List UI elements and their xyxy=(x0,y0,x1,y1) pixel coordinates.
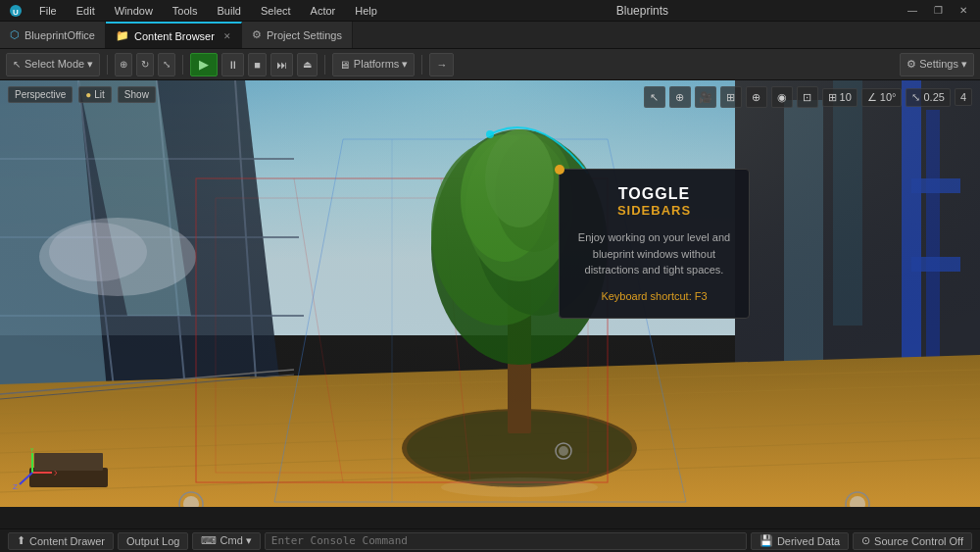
derived-data-icon: 💾 xyxy=(760,534,773,547)
toolbar-right: ⚙ Settings ▾ xyxy=(900,53,974,76)
select-mode-icon: ↖ xyxy=(13,59,21,70)
scale-snap-value: 0.25 xyxy=(923,91,944,103)
minimize-button[interactable]: — xyxy=(904,4,921,18)
perspective-label: Perspective xyxy=(15,89,66,100)
settings-tab-icon: ⚙ xyxy=(252,28,262,41)
menu-actor[interactable]: Actor xyxy=(307,3,340,19)
grid-size-badge[interactable]: ⊞ 10 xyxy=(822,88,858,107)
fov-badge[interactable]: 4 xyxy=(955,88,972,106)
main-toolbar: ↖ Select Mode ▾ ⊕ ↻ ⤡ ▶ ⏸ ■ ⏭ ⏏ 🖥 Platfo… xyxy=(0,49,980,80)
tab-content-browser[interactable]: 📁 Content Browser ✕ xyxy=(106,22,242,48)
toolbar-sep-3 xyxy=(324,55,325,75)
derived-data-button[interactable]: 💾 Derived Data xyxy=(751,532,849,550)
show-button[interactable]: Show xyxy=(118,86,156,103)
svg-text:X: X xyxy=(54,469,57,477)
camera-btn[interactable]: 🎥 xyxy=(695,86,716,108)
menu-select[interactable]: Select xyxy=(257,3,295,19)
eject-button[interactable]: ⏏ xyxy=(297,53,318,76)
lit-label: Lit xyxy=(94,89,105,100)
blueprint-office-icon: ⬡ xyxy=(10,28,20,41)
lit-icon: ● xyxy=(85,89,91,100)
output-log-label: Output Log xyxy=(126,535,179,547)
menu-edit[interactable]: Edit xyxy=(73,3,99,19)
rotate-btn[interactable]: ↻ xyxy=(136,53,154,76)
settings-button[interactable]: ⚙ Settings ▾ xyxy=(900,53,974,76)
svg-line-59 xyxy=(20,473,32,484)
content-drawer-label: Content Drawer xyxy=(29,535,105,547)
status-bar-right: 💾 Derived Data ⊙ Source Control Off xyxy=(751,532,972,550)
toolbar-sep-2 xyxy=(182,55,183,75)
tab-close-icon[interactable]: ✕ xyxy=(223,31,231,41)
snap-btn[interactable]: ⊕ xyxy=(746,86,767,108)
perspective-button[interactable]: Perspective xyxy=(8,86,73,103)
select-mode-label: Select Mode ▾ xyxy=(24,58,93,71)
toggle-sidebars-card: TOGGLE SIDEBARS Enjoy working on your le… xyxy=(559,169,750,319)
menu-build[interactable]: Build xyxy=(214,3,245,19)
viewport-controls-left: Perspective ● Lit Show xyxy=(8,86,156,103)
lit-button[interactable]: ● Lit xyxy=(78,86,112,103)
menu-file[interactable]: File xyxy=(35,3,61,19)
content-drawer-button[interactable]: ⬆ Content Drawer xyxy=(8,532,114,550)
scale-btn[interactable]: ⤡ xyxy=(158,53,175,76)
toggle-card-subtitle: SIDEBARS xyxy=(575,203,733,218)
scale-snap-badge[interactable]: ⤡ 0.25 xyxy=(906,88,950,107)
tab-label-blueprint: BlueprintOffice xyxy=(24,29,95,41)
svg-text:Z: Z xyxy=(13,482,18,491)
angle-snap-badge[interactable]: ∠ 10° xyxy=(861,88,903,107)
tab-label-project-settings: Project Settings xyxy=(267,29,342,41)
menu-window[interactable]: Window xyxy=(111,3,157,19)
menu-tools[interactable]: Tools xyxy=(169,3,202,19)
close-button[interactable]: ✕ xyxy=(955,4,972,18)
viewport-container: Perspective ● Lit Show ↖ ⊕ 🎥 ⊞ ⊕ ◉ ⊡ ⊞ 1… xyxy=(0,80,980,507)
platforms-icon: 🖥 xyxy=(339,59,350,71)
viewport-controls-right: ↖ ⊕ 🎥 ⊞ ⊕ ◉ ⊡ ⊞ 10 ∠ 10° ⤡ 0.25 4 xyxy=(644,86,972,108)
ue-logo-icon: U xyxy=(8,3,24,19)
arrow-button[interactable]: → xyxy=(429,53,454,76)
menu-help[interactable]: Help xyxy=(351,3,381,19)
cmd-label: ⌨ Cmd ▾ xyxy=(201,534,251,547)
toggle-card-shortcut: Keyboard shortcut: F3 xyxy=(575,290,733,302)
source-control-icon: ⊙ xyxy=(861,534,870,547)
toggle-card-title: TOGGLE xyxy=(575,185,733,203)
window-controls: — ❐ ✕ xyxy=(904,4,972,18)
platforms-label: Platforms ▾ xyxy=(354,58,409,71)
skip-button[interactable]: ⏭ xyxy=(270,53,293,76)
cursor-icon-btn[interactable]: ↖ xyxy=(644,86,665,108)
tab-blueprint-office[interactable]: ⬡ BlueprintOffice xyxy=(0,22,106,48)
translate-btn[interactable]: ⊕ xyxy=(115,53,132,76)
grid-icon: ⊞ xyxy=(828,91,837,104)
scale-icon: ⤡ xyxy=(911,91,920,104)
source-control-label: Source Control Off xyxy=(874,535,963,547)
maximize-button[interactable]: ❐ xyxy=(929,4,947,18)
realtime-btn[interactable]: ◉ xyxy=(771,86,793,108)
cmd-button[interactable]: ⌨ Cmd ▾ xyxy=(192,532,260,550)
orange-dot-indicator xyxy=(555,165,564,175)
output-log-button[interactable]: Output Log xyxy=(118,532,188,550)
console-command-input[interactable] xyxy=(265,532,747,550)
svg-text:U: U xyxy=(13,8,19,17)
viewport-gizmo: X Y Z xyxy=(8,448,57,499)
select-mode-button[interactable]: ↖ Select Mode ▾ xyxy=(6,53,100,76)
play-button[interactable]: ▶ xyxy=(190,53,218,76)
svg-point-56 xyxy=(441,477,598,497)
svg-rect-50 xyxy=(0,80,980,507)
status-bar: ⬆ Content Drawer Output Log ⌨ Cmd ▾ 💾 De… xyxy=(0,528,980,552)
derived-data-label: Derived Data xyxy=(777,535,840,547)
pause-button[interactable]: ⏸ xyxy=(221,53,244,76)
grid-view-btn[interactable]: ⊞ xyxy=(720,86,742,108)
stop-button[interactable]: ■ xyxy=(248,53,267,76)
fov-value: 4 xyxy=(960,91,966,103)
title-bar-left: U File Edit Window Tools Build Select Ac… xyxy=(8,3,381,19)
grid-size-value: 10 xyxy=(840,91,852,103)
view-mode-btn[interactable]: ⊡ xyxy=(797,86,818,108)
platforms-button[interactable]: 🖥 Platforms ▾ xyxy=(332,53,416,76)
svg-point-55 xyxy=(486,130,494,138)
source-control-button[interactable]: ⊙ Source Control Off xyxy=(853,532,972,550)
toggle-card-body: Enjoy working on your level and blueprin… xyxy=(575,229,733,278)
angle-icon: ∠ xyxy=(867,91,877,104)
svg-text:Y: Y xyxy=(29,448,35,454)
toolbar-sep-4 xyxy=(421,55,422,75)
tab-project-settings[interactable]: ⚙ Project Settings xyxy=(242,22,353,48)
transform-gizmo-btn[interactable]: ⊕ xyxy=(669,86,691,108)
tab-bar: ⬡ BlueprintOffice 📁 Content Browser ✕ ⚙ … xyxy=(0,22,980,49)
